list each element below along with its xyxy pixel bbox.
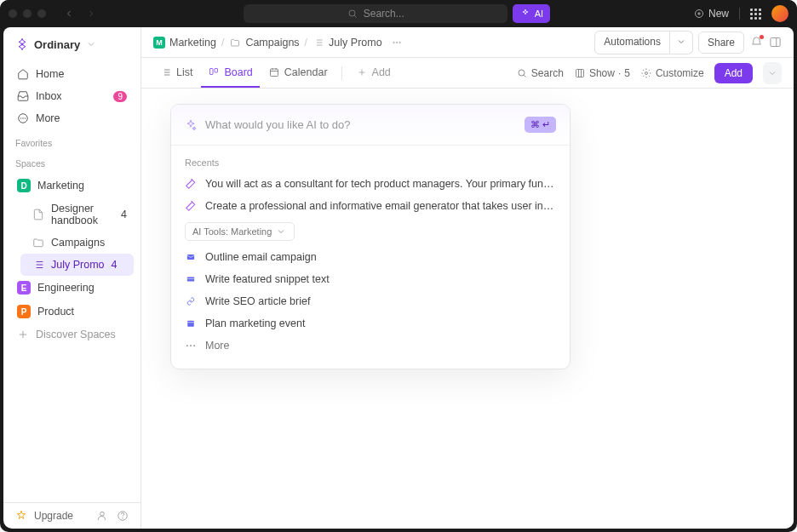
upgrade-link[interactable]: Upgrade bbox=[34, 510, 73, 522]
svg-point-17 bbox=[100, 512, 105, 516]
help-icon[interactable] bbox=[117, 510, 129, 522]
list-icon bbox=[160, 66, 172, 78]
settings-icon bbox=[640, 67, 652, 79]
automations-button[interactable]: Automations bbox=[594, 31, 670, 54]
breadcrumb-list[interactable]: July Promo bbox=[312, 37, 382, 49]
sidebar-item-designer-handbook[interactable]: Designer handbook 4 bbox=[20, 197, 134, 232]
ai-tool-snippet[interactable]: Write featured snippet text bbox=[183, 268, 558, 290]
user-icon[interactable] bbox=[96, 510, 108, 522]
link-icon bbox=[185, 295, 197, 307]
svg-point-28 bbox=[398, 42, 400, 43]
chevron-down-icon bbox=[85, 38, 97, 50]
doc-icon bbox=[32, 209, 44, 220]
more-icon bbox=[17, 112, 29, 124]
svg-point-50 bbox=[645, 72, 647, 74]
recent-item[interactable]: You will act as a consultant for tech pr… bbox=[183, 173, 558, 195]
card-icon bbox=[185, 273, 197, 285]
chevron-left-icon bbox=[63, 8, 75, 20]
ai-panel: What would you like AI to do? ⌘ ↵ Recent… bbox=[170, 104, 571, 369]
ai-tool-seo[interactable]: Write SEO article brief bbox=[183, 290, 558, 312]
sparkle-icon bbox=[519, 8, 531, 20]
spaces-section-label: Spaces bbox=[3, 152, 140, 172]
svg-rect-39 bbox=[270, 69, 278, 77]
svg-rect-29 bbox=[770, 38, 779, 47]
content: M Marketing / Campaigns / July Promo bbox=[141, 27, 794, 529]
toolbar-search[interactable]: Search bbox=[516, 67, 564, 79]
ai-sparkle-icon bbox=[185, 119, 197, 131]
ai-input[interactable]: What would you like AI to do? bbox=[205, 118, 516, 131]
search-icon bbox=[347, 8, 358, 20]
nav-back[interactable] bbox=[60, 4, 78, 23]
ai-tool-more[interactable]: More bbox=[183, 335, 558, 357]
traffic-lights bbox=[9, 9, 46, 18]
chevron-down-icon bbox=[675, 36, 687, 48]
minimize-window[interactable] bbox=[23, 9, 32, 18]
space-badge: D bbox=[17, 179, 31, 192]
nav-inbox[interactable]: Inbox 9 bbox=[10, 85, 134, 107]
share-button[interactable]: Share bbox=[698, 31, 744, 54]
space-marketing[interactable]: D Marketing bbox=[10, 174, 134, 197]
upgrade-icon bbox=[15, 510, 27, 522]
mail-icon bbox=[185, 251, 197, 263]
inbox-icon bbox=[17, 90, 29, 102]
automations-dropdown[interactable] bbox=[670, 31, 693, 54]
apps-grid-icon[interactable] bbox=[750, 9, 761, 20]
svg-point-8 bbox=[25, 118, 26, 119]
space-product[interactable]: P Product bbox=[10, 300, 134, 323]
svg-line-1 bbox=[354, 15, 356, 17]
search-icon bbox=[516, 67, 528, 79]
toolbar-show[interactable]: Show · 5 bbox=[574, 67, 630, 79]
list-icon bbox=[312, 37, 324, 49]
svg-point-27 bbox=[396, 42, 398, 43]
space-engineering[interactable]: E Engineering bbox=[10, 276, 134, 300]
view-add[interactable]: Add bbox=[349, 59, 398, 88]
ai-button[interactable]: AI bbox=[513, 4, 550, 23]
svg-rect-47 bbox=[576, 69, 583, 77]
discover-spaces[interactable]: Discover Spaces bbox=[10, 323, 134, 346]
toolbar-customize[interactable]: Customize bbox=[640, 67, 704, 79]
maximize-window[interactable] bbox=[37, 9, 46, 18]
workspace-switcher[interactable]: Ordinary bbox=[3, 27, 140, 61]
add-task-dropdown[interactable] bbox=[763, 62, 782, 84]
sidebar-item-campaigns[interactable]: Campaigns bbox=[20, 232, 134, 254]
sidebar-item-july-promo[interactable]: July Promo 4 bbox=[20, 254, 134, 276]
close-window[interactable] bbox=[9, 9, 17, 18]
panel-icon[interactable] bbox=[768, 36, 782, 49]
inbox-badge: 9 bbox=[113, 91, 127, 102]
recent-item[interactable]: Create a professional and informative em… bbox=[183, 195, 558, 217]
nav-more[interactable]: More bbox=[10, 107, 134, 129]
plus-icon bbox=[17, 329, 29, 340]
breadcrumb-space[interactable]: M Marketing bbox=[153, 37, 216, 49]
topbar: Search... AI New bbox=[0, 0, 797, 27]
svg-point-6 bbox=[20, 118, 21, 119]
svg-rect-38 bbox=[215, 68, 218, 72]
svg-point-19 bbox=[123, 518, 123, 519]
nav-home[interactable]: Home bbox=[10, 63, 134, 85]
view-list[interactable]: List bbox=[153, 59, 199, 88]
svg-rect-51 bbox=[187, 255, 194, 260]
ai-tools-chip[interactable]: AI Tools: Marketing bbox=[185, 222, 295, 241]
user-avatar[interactable] bbox=[771, 5, 788, 22]
app-frame: Search... AI New bbox=[0, 0, 797, 532]
add-task-button[interactable]: Add bbox=[714, 63, 753, 83]
nav-forward[interactable] bbox=[82, 4, 100, 23]
space-badge: E bbox=[17, 281, 31, 295]
svg-point-57 bbox=[190, 345, 192, 346]
view-board[interactable]: Board bbox=[201, 59, 259, 88]
more-dots-icon[interactable] bbox=[391, 37, 403, 49]
ai-tool-outline-email[interactable]: Outline email campaign bbox=[183, 246, 558, 268]
home-icon bbox=[17, 68, 29, 80]
svg-point-45 bbox=[519, 70, 525, 76]
notifications-icon[interactable] bbox=[749, 36, 763, 49]
folder-icon bbox=[32, 237, 44, 249]
ai-header: What would you like AI to do? ⌘ ↵ bbox=[171, 105, 570, 146]
svg-rect-37 bbox=[210, 68, 214, 74]
svg-rect-54 bbox=[187, 321, 194, 327]
new-button[interactable]: New bbox=[693, 8, 729, 20]
view-calendar[interactable]: Calendar bbox=[261, 59, 335, 88]
recents-label: Recents bbox=[183, 154, 558, 173]
search-placeholder: Search... bbox=[364, 8, 404, 20]
breadcrumb-folder[interactable]: Campaigns bbox=[229, 37, 299, 49]
ai-tool-plan-event[interactable]: Plan marketing event bbox=[183, 312, 558, 335]
search-bar[interactable]: Search... bbox=[244, 4, 507, 23]
